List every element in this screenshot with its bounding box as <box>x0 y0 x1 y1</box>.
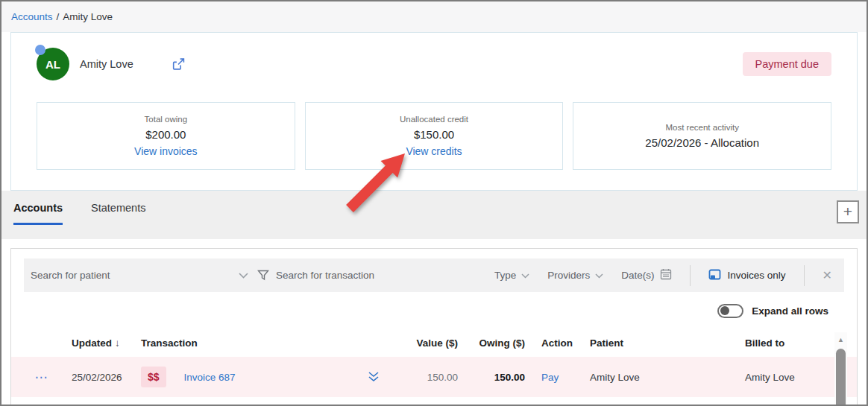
column-header-action: Action <box>525 337 590 349</box>
recent-activity-card: Most recent activity 25/02/2026 - Alloca… <box>573 102 831 170</box>
card-label: Most recent activity <box>665 123 738 132</box>
invoices-only-label: Invoices only <box>728 270 786 281</box>
accounts-page: { "breadcrumb": { "link_label": "Account… <box>0 0 868 406</box>
dates-filter-label: Date(s) <box>621 270 654 281</box>
card-label: Unallocated credit <box>400 115 468 124</box>
total-owing-card: Total owing $200.00 View invoices <box>37 102 295 170</box>
row-cell-owing: 150.00 <box>458 372 525 383</box>
providers-filter-dropdown[interactable]: Providers <box>547 270 603 281</box>
breadcrumb-separator: / <box>57 11 60 22</box>
column-header-owing[interactable]: Owing ($) <box>458 337 525 349</box>
type-filter-dropdown[interactable]: Type <box>494 270 529 281</box>
row-cell-menu: ⋯ <box>11 369 72 385</box>
filter-bar: Search for patient Search for transactio… <box>24 258 844 292</box>
breadcrumb-accounts-link[interactable]: Accounts <box>11 11 53 22</box>
column-header-patient[interactable]: Patient <box>590 337 745 349</box>
vertical-scrollbar[interactable]: ▲ <box>834 332 847 405</box>
expand-all-rows-label: Expand all rows <box>752 305 828 317</box>
share-icon[interactable] <box>171 57 186 72</box>
row-actions-menu-icon[interactable]: ⋯ <box>35 370 48 384</box>
add-account-button[interactable]: + <box>837 200 859 223</box>
table-header-row: Updated↓ Transaction Value ($) Owing ($)… <box>11 329 857 357</box>
column-header-value[interactable]: Value ($) <box>387 337 458 349</box>
calendar-icon <box>660 268 672 282</box>
toggle-knob <box>720 306 729 315</box>
tab-statements[interactable]: Statements <box>91 202 145 223</box>
row-cell-patient: Amity Love <box>590 372 745 383</box>
column-header-transaction[interactable]: Transaction <box>141 337 387 349</box>
summary-cards-row: Total owing $200.00 View invoices Unallo… <box>37 102 831 170</box>
invoice-link[interactable]: Invoice 687 <box>184 372 236 383</box>
view-invoices-link[interactable]: View invoices <box>134 145 198 157</box>
chevron-down-icon <box>239 270 248 281</box>
patient-header-card: AL Amity Love Payment due Total owing $2… <box>10 32 858 191</box>
card-value: $150.00 <box>414 128 454 141</box>
card-value: $200.00 <box>145 128 186 141</box>
patient-header-row: AL Amity Love Payment due <box>37 48 831 80</box>
chevron-down-icon <box>595 270 603 281</box>
patient-search-placeholder: Search for patient <box>31 270 239 281</box>
card-value: 25/02/2026 - Allocation <box>645 136 759 149</box>
column-header-updated[interactable]: Updated↓ <box>72 337 141 349</box>
invoices-icon <box>708 269 721 282</box>
dates-filter[interactable]: Date(s) <box>621 268 671 282</box>
row-cell-transaction: $$ Invoice 687 <box>141 367 387 387</box>
transactions-panel: Search for patient Search for transactio… <box>10 248 858 405</box>
card-label: Total owing <box>145 115 188 124</box>
invoices-only-filter-button[interactable]: Invoices only <box>708 269 786 282</box>
divider <box>690 265 691 286</box>
providers-filter-label: Providers <box>547 270 590 281</box>
avatar: AL <box>37 48 69 80</box>
payment-due-badge: Payment due <box>743 52 831 76</box>
filter-funnel-icon <box>257 270 269 281</box>
transaction-type-badge: $$ <box>141 367 166 387</box>
patient-name: Amity Love <box>80 58 133 70</box>
breadcrumb: Accounts / Amity Love <box>1 1 867 32</box>
column-header-label: Updated <box>72 337 112 349</box>
transaction-search-input[interactable]: Search for transaction <box>276 270 374 281</box>
patient-search-select[interactable]: Search for patient <box>31 270 248 281</box>
expand-all-rows-toggle[interactable] <box>717 304 743 318</box>
scrollbar-thumb[interactable] <box>836 349 846 405</box>
chevron-down-icon <box>521 270 529 281</box>
pay-link[interactable]: Pay <box>541 372 559 383</box>
row-cell-updated: 25/02/2026 <box>72 372 141 383</box>
breadcrumb-current-page: Amity Love <box>63 11 113 22</box>
clear-filters-icon[interactable]: ✕ <box>823 268 832 282</box>
spacer <box>1 239 867 248</box>
view-credits-link[interactable]: View credits <box>406 145 462 157</box>
scroll-up-arrow-icon[interactable]: ▲ <box>837 332 844 343</box>
presence-dot-icon <box>35 45 45 55</box>
sort-descending-icon: ↓ <box>115 337 120 349</box>
expand-row-double-chevron-icon[interactable] <box>368 372 380 382</box>
tab-accounts[interactable]: Accounts <box>13 202 63 225</box>
filter-right-group: Type Providers Date(s) <box>494 265 832 286</box>
row-cell-value: 150.00 <box>387 372 458 383</box>
divider <box>804 265 805 286</box>
type-filter-label: Type <box>494 270 516 281</box>
unallocated-credit-card: Unallocated credit $150.00 View credits <box>305 102 564 170</box>
tab-strip: Accounts Statements + <box>1 191 867 239</box>
table-row: ⋯ 25/02/2026 $$ Invoice 687 150.00 150.0… <box>11 357 857 397</box>
expand-all-rows-control: Expand all rows <box>11 292 857 329</box>
